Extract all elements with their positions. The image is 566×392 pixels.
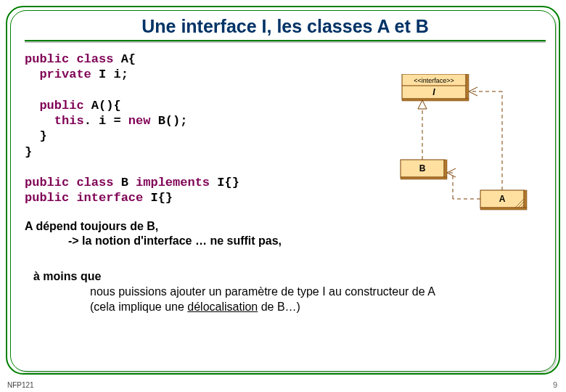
kw-class: class <box>76 52 113 66</box>
kw-public: public <box>25 176 69 189</box>
uml-diagram: <<interface>> I B A <box>373 74 533 226</box>
uml-label-a: A <box>499 194 506 204</box>
slide-content: Une interface I, les classes A et B publ… <box>25 16 546 362</box>
footer-course-code: NFP121 <box>7 381 34 389</box>
p2-line1: à moins que <box>33 270 101 282</box>
p1-line2: -> la notion d'interface … ne suffit pas… <box>25 234 546 249</box>
kw-public: public <box>25 52 69 66</box>
kw-public: public <box>39 99 83 113</box>
svg-rect-3 <box>402 99 469 101</box>
title-underline <box>25 40 546 41</box>
p2-line3-underlined: délocalisation <box>187 301 258 313</box>
kw-class: class <box>76 176 113 189</box>
footer-page-number: 9 <box>553 380 557 389</box>
svg-rect-2 <box>466 74 469 99</box>
p2-line3-prefix: (cela implique une <box>90 301 187 313</box>
uml-stereotype: <<interface>> <box>414 77 454 84</box>
kw-private: private <box>39 68 91 81</box>
kw-this: this <box>54 114 84 128</box>
slide-title: Une interface I, les classes A et B <box>25 16 546 37</box>
svg-rect-5 <box>401 177 447 179</box>
svg-rect-7 <box>480 208 527 210</box>
arrowhead-icon <box>418 100 427 109</box>
paragraph-2: à moins que nous puissions ajouter un pa… <box>25 269 546 314</box>
p1-line1: A dépend toujours de B, <box>25 220 158 232</box>
svg-rect-6 <box>524 190 527 208</box>
kw-interface: interface <box>76 191 143 205</box>
svg-rect-4 <box>444 160 447 177</box>
kw-public: public <box>25 191 69 205</box>
p2-line2: nous puissions ajouter un paramètre de t… <box>90 285 435 298</box>
kw-new: new <box>128 114 151 128</box>
p2-line3-suffix: de B…) <box>258 301 300 313</box>
uml-label-b: B <box>419 163 426 173</box>
kw-implements: implements <box>136 176 210 189</box>
